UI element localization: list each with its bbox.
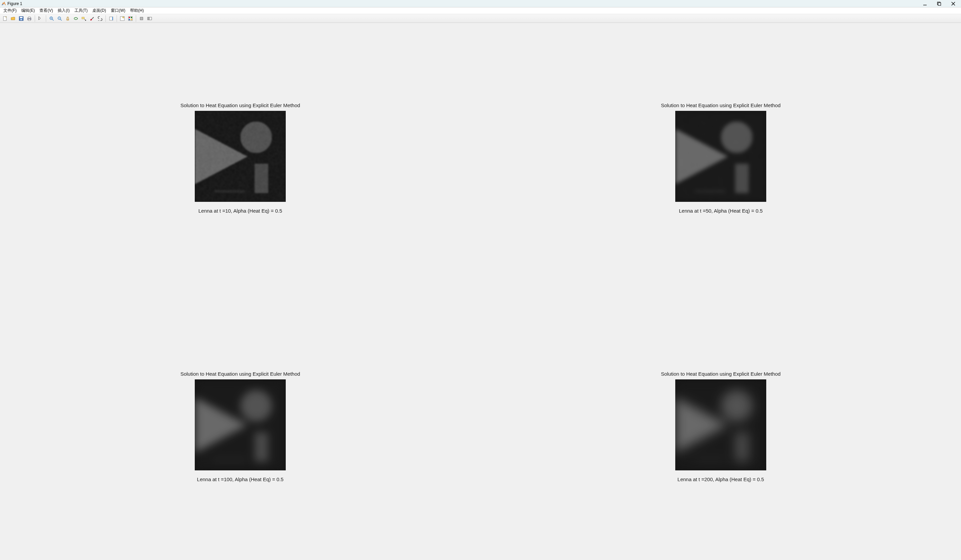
svg-rect-10 — [28, 17, 31, 18]
figure-window: Figure 1 文件(F) 编辑(E) 查看(V) 插入(I) 工具(T) 桌… — [0, 0, 961, 560]
window-controls — [921, 0, 957, 7]
svg-rect-7 — [20, 17, 22, 18]
subplot-grid: Solution to Heat Equation using Explicit… — [0, 23, 961, 560]
titlebar: Figure 1 — [0, 0, 961, 7]
matlab-icon — [2, 2, 6, 6]
print-button[interactable] — [26, 15, 33, 22]
subplot-4-title: Solution to Heat Equation using Explicit… — [661, 371, 780, 377]
insert-colorbar-button[interactable] — [108, 15, 115, 22]
svg-rect-29 — [129, 17, 130, 18]
subplot-1: Solution to Heat Equation using Explicit… — [0, 23, 480, 292]
toolbar-separator — [136, 15, 136, 22]
svg-rect-8 — [20, 19, 22, 20]
svg-rect-31 — [129, 19, 130, 20]
svg-point-19 — [74, 18, 77, 19]
toolbar-separator — [46, 15, 46, 22]
maximize-button[interactable] — [935, 0, 943, 7]
menu-insert[interactable]: 插入(I) — [56, 7, 71, 14]
brush-button[interactable] — [88, 15, 96, 22]
subplot-2-title: Solution to Heat Equation using Explicit… — [661, 103, 780, 108]
subplot-2-image[interactable] — [675, 111, 766, 202]
save-button[interactable] — [18, 15, 25, 22]
menu-view[interactable]: 查看(V) — [37, 7, 55, 14]
svg-rect-2 — [938, 3, 941, 5]
zoom-in-button[interactable] — [48, 15, 55, 22]
menu-edit[interactable]: 编辑(E) — [19, 7, 37, 14]
subplot-3-title: Solution to Heat Equation using Explicit… — [180, 371, 300, 377]
zoom-out-button[interactable] — [56, 15, 63, 22]
show-plot-tools-button[interactable] — [146, 15, 153, 22]
annotate-button[interactable] — [127, 15, 134, 22]
subplot-2-xlabel: Lenna at t =50, Alpha (Heat Eq) = 0.5 — [679, 208, 763, 213]
svg-rect-20 — [82, 17, 84, 19]
svg-rect-27 — [123, 17, 124, 18]
svg-rect-11 — [28, 19, 31, 21]
insert-legend-button[interactable] — [119, 15, 126, 22]
subplot-4-xlabel: Lenna at t =200, Alpha (Heat Eq) = 0.5 — [678, 477, 764, 482]
subplot-1-xlabel: Lenna at t =10, Alpha (Heat Eq) = 0.5 — [198, 208, 282, 213]
open-button[interactable] — [10, 15, 17, 22]
svg-line-23 — [92, 17, 94, 19]
svg-rect-32 — [131, 19, 132, 20]
minimize-button[interactable] — [921, 0, 929, 7]
svg-line-13 — [52, 19, 53, 21]
toolbar — [0, 14, 961, 23]
svg-point-22 — [85, 19, 86, 21]
figure-canvas-area[interactable]: Solution to Heat Equation using Explicit… — [0, 23, 961, 560]
new-figure-button[interactable] — [2, 15, 9, 22]
menu-tools[interactable]: 工具(T) — [72, 7, 90, 14]
subplot-3-xlabel: Lenna at t =100, Alpha (Heat Eq) = 0.5 — [197, 477, 284, 482]
subplot-3-image[interactable] — [195, 379, 286, 470]
menu-window[interactable]: 窗口(W) — [109, 7, 127, 14]
subplot-2: Solution to Heat Equation using Explicit… — [480, 23, 961, 292]
menubar: 文件(F) 编辑(E) 查看(V) 插入(I) 工具(T) 桌面(D) 窗口(W… — [0, 7, 961, 14]
svg-rect-25 — [112, 17, 113, 20]
svg-rect-35 — [149, 17, 152, 20]
menu-desktop[interactable]: 桌面(D) — [90, 7, 108, 14]
pan-button[interactable] — [64, 15, 71, 22]
close-button[interactable] — [950, 0, 957, 7]
subplot-4-image[interactable] — [675, 379, 766, 470]
toolbar-separator — [117, 15, 117, 22]
data-cursor-button[interactable] — [80, 15, 88, 22]
subplot-4: Solution to Heat Equation using Explicit… — [480, 292, 961, 560]
subplot-3: Solution to Heat Equation using Explicit… — [0, 292, 480, 560]
svg-line-17 — [60, 19, 62, 21]
link-data-button[interactable] — [96, 15, 104, 22]
hide-plot-tools-button[interactable] — [138, 15, 145, 22]
svg-rect-34 — [148, 17, 149, 20]
subplot-1-title: Solution to Heat Equation using Explicit… — [180, 103, 300, 108]
window-title: Figure 1 — [7, 2, 22, 6]
menu-help[interactable]: 帮助(H) — [128, 7, 146, 14]
rotate-3d-button[interactable] — [72, 15, 80, 22]
subplot-1-image[interactable] — [195, 111, 286, 202]
menu-file[interactable]: 文件(F) — [2, 7, 19, 14]
edit-plot-button[interactable] — [37, 15, 44, 22]
svg-rect-33 — [140, 17, 143, 20]
svg-rect-30 — [131, 17, 132, 18]
toolbar-separator — [35, 15, 35, 22]
